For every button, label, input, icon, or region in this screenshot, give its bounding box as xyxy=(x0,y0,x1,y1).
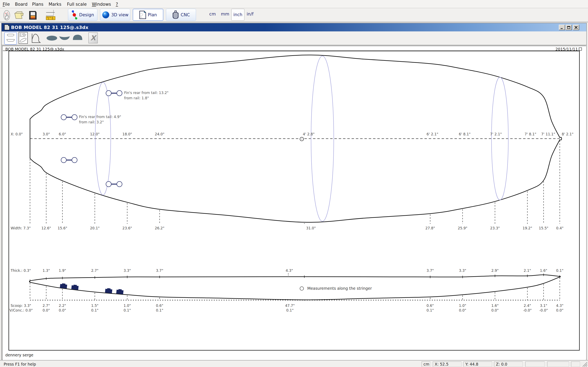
toolbar-button-3d-view[interactable]: 3D view xyxy=(100,9,130,21)
board-rocker-shape-icon[interactable] xyxy=(59,36,70,41)
main-toolbar: 10 Design3D viewPlanCNC cmmminchin/f xyxy=(0,8,588,22)
unit-mm[interactable]: mm xyxy=(221,12,229,17)
menu-item-board[interactable]: Board xyxy=(15,2,27,7)
status-field-empty-5 xyxy=(547,361,569,367)
application-window: FileBoardPlansMarksFull scaleWindows? 10… xyxy=(0,0,588,367)
spec-sheet-button[interactable] xyxy=(18,32,28,44)
unit-inch[interactable]: inch xyxy=(231,9,244,21)
select-hand-icon[interactable] xyxy=(3,9,11,21)
svg-text:1: 1 xyxy=(48,17,49,20)
resize-grip[interactable] xyxy=(582,361,588,367)
toolbar-button-plan[interactable]: Plan xyxy=(133,9,163,21)
window-title: BOB MODEL 82 31 125@.s3dx xyxy=(11,25,88,30)
save-icon[interactable] xyxy=(29,9,37,21)
menu-item-help[interactable]: ? xyxy=(116,2,118,7)
unit-in-f[interactable]: in/f xyxy=(247,12,254,17)
menu-item-windows[interactable]: Windows xyxy=(92,2,111,7)
status-field-cm: cm xyxy=(422,361,430,367)
toolbar-button-cnc[interactable]: CNC xyxy=(166,9,196,21)
unit-cm[interactable]: cm xyxy=(209,12,216,17)
ruler-icon[interactable]: 10 xyxy=(46,9,56,21)
status-field-y: Y: 44.8 xyxy=(463,361,492,367)
svg-text:0: 0 xyxy=(52,17,53,20)
date-checkbox[interactable] xyxy=(579,48,582,50)
menu-item-marks[interactable]: Marks xyxy=(49,2,61,7)
status-field-empty-4 xyxy=(525,361,545,367)
drawing-canvas[interactable]: BOB MODEL 82 31 125@.s3dx 2015/11/11 den… xyxy=(2,46,586,367)
menu-item-fullscale[interactable]: Full scale xyxy=(67,2,87,7)
status-message: Press F1 for help xyxy=(4,362,36,366)
view-toolbar: X xyxy=(2,31,586,45)
board-nose-shape-icon[interactable] xyxy=(72,34,83,41)
menu-bar: FileBoardPlansMarksFull scaleWindows? xyxy=(0,0,588,8)
outline-view-button[interactable] xyxy=(4,32,17,45)
status-field-x: X: 52.5 xyxy=(433,361,461,367)
minimize-button[interactable] xyxy=(559,25,565,30)
document-window: BOB MODEL 82 31 125@.s3dx xyxy=(1,23,587,360)
window-title-bar[interactable]: BOB MODEL 82 31 125@.s3dx xyxy=(2,23,586,31)
maximize-button[interactable] xyxy=(566,25,572,30)
drawing-date: 2015/11/11 xyxy=(555,47,578,51)
slice-view-button[interactable] xyxy=(31,32,41,44)
menu-item-file[interactable]: File xyxy=(3,2,10,7)
status-bar: Press F1 for help cmX: 52.5Y: 44.8Z: 0.0 xyxy=(0,360,588,367)
document-icon xyxy=(4,24,10,30)
drawing-title: BOB MODEL 82 31 125@.s3dx xyxy=(5,47,64,51)
author-name: dennery serge xyxy=(5,353,33,357)
excel-export-button[interactable]: X xyxy=(88,33,98,43)
status-field-z: Z: 0.0 xyxy=(494,361,523,367)
close-button[interactable] xyxy=(573,25,579,30)
toolbar-button-design[interactable]: Design xyxy=(68,9,97,21)
status-field-empty-6 xyxy=(571,361,580,367)
open-folder-icon[interactable] xyxy=(14,9,25,21)
menu-item-plans[interactable]: Plans xyxy=(32,2,43,7)
board-top-shape-icon[interactable] xyxy=(46,35,58,41)
